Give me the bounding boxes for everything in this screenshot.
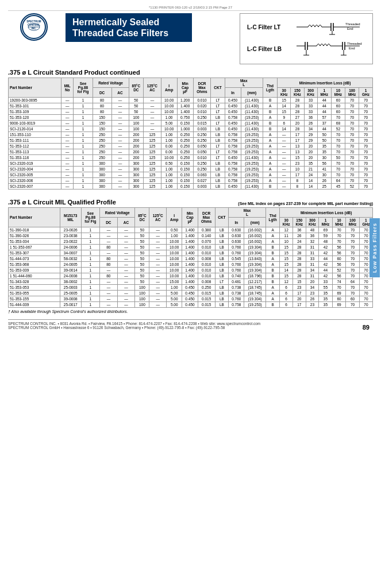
table-cell: 10.00 [167, 273, 182, 279]
table-cell: 300 [93, 178, 111, 184]
table-cell: 1 [74, 155, 93, 161]
table-cell: 51-353-101 [9, 103, 61, 109]
table-cell: 1 [81, 279, 99, 285]
table-row: SCI-2120-014—1150—100—10.001.0000.003LB0… [9, 126, 373, 132]
table-row: SCI-2320-006—1300—3001251.000.1500.027LB… [9, 178, 373, 184]
table-cell: 1 [74, 115, 93, 121]
table-cell: 23 [293, 285, 306, 291]
table-cell: — [111, 161, 129, 167]
table-cell: — [149, 233, 167, 239]
table-cell: 10.00 [161, 155, 177, 161]
filter-lb-diagram: L-C Filter LB [247, 39, 365, 59]
table-cell: LT [211, 103, 225, 109]
table-cell: 70 [345, 167, 359, 172]
table-row: SCI-2320-007—1300—3001251.000.1500.003LB… [9, 184, 373, 189]
table-cell: 1.000 [177, 126, 193, 132]
table-cell: 60 [331, 109, 345, 115]
table-cell: (19.253) [241, 161, 263, 167]
table-cell: (11.430) [241, 155, 263, 161]
table-cell: 51-353-307 [9, 250, 60, 256]
table-cell: LT [211, 149, 225, 155]
table-cell: 250 [93, 155, 111, 161]
table-cell: 0.758 [225, 172, 241, 178]
table-cell: LB [215, 285, 229, 291]
col-300khz: 300KHz [304, 88, 317, 98]
header-bar: SPECTRUM CONTROL INC. Hermetically Seale… [8, 13, 373, 64]
table-cell: — [278, 161, 291, 167]
table-cell: 33 [304, 109, 317, 115]
table-cell: (11.430) [241, 109, 263, 115]
table-cell: 10.00 [167, 262, 182, 268]
table-cell: B [265, 302, 279, 308]
table-cell: 38-0002 [60, 279, 81, 285]
table-cell: (16.002) [244, 239, 265, 245]
logo-icon: SPECTRUM CONTROL INC. [20, 13, 48, 41]
svg-text:INC.: INC. [32, 27, 37, 30]
footnote: † Also available through Spectrum Contro… [8, 310, 373, 314]
table-cell: — [278, 155, 291, 161]
table-cell: 0.010 [198, 262, 215, 268]
table-cell: 1 [81, 296, 99, 302]
table-cell: 0.150 [177, 184, 193, 189]
table-cell: 17 [291, 132, 304, 138]
table-cell: 14 [304, 184, 317, 189]
table-cell: 6 [278, 121, 291, 126]
table-row: 51-353-03939-00141——50—10.001.4000.010LB… [9, 268, 373, 273]
table-cell: — [61, 109, 74, 115]
table-cell: — [149, 250, 167, 256]
table-cell: 23-0038 [60, 233, 81, 239]
table-cell: 50 [135, 250, 149, 256]
col2-1mhz: 1MHz [319, 218, 333, 227]
table-cell: 100 [129, 115, 144, 121]
table-cell: 10.00 [161, 109, 177, 115]
table-cell: A [265, 256, 279, 262]
table-cell: — [149, 285, 167, 291]
table-cell: 50 [135, 233, 149, 239]
table-cell: 44 [319, 256, 333, 262]
table-cell: 0.450 [182, 291, 198, 296]
table-cell: 0.015 [198, 302, 215, 308]
col-min-ins-loss: Minimum Insertion Loss (dB) [278, 78, 373, 88]
table-cell: 60 [332, 296, 346, 302]
table-cell: 69 [332, 302, 346, 308]
table-cell: — [117, 268, 135, 273]
col-i-amp: IAmp [161, 78, 177, 98]
table-cell: 56 [332, 273, 346, 279]
table-cell: 56 [332, 250, 346, 256]
col2-dc: DC [100, 218, 118, 227]
table-cell: (11.430) [241, 184, 263, 189]
table-cell: 0.150 [177, 178, 193, 184]
table-cell: (19.304) [244, 245, 265, 250]
table-cell: 70 [345, 126, 359, 132]
table-cell: 20 [304, 155, 317, 161]
table-cell: 0.010 [198, 250, 215, 256]
table-cell: 0.027 [193, 178, 211, 184]
table-cell: LB [215, 233, 229, 239]
col2-300khz: 300KHz [306, 218, 319, 227]
table-cell: (19.253) [241, 132, 263, 138]
table-cell: 28 [293, 256, 306, 262]
filter-lt-svg: Threaded End [297, 18, 365, 36]
table-cell: SCI-2320-007 [9, 184, 61, 189]
table-cell: 70 [346, 245, 360, 250]
table-cell: B [263, 126, 278, 132]
table-cell: 30 [317, 155, 331, 161]
table-cell: 64 [331, 178, 345, 184]
table-cell: (19.253) [244, 302, 265, 308]
table-cell: — [61, 155, 74, 161]
table-cell: — [61, 167, 74, 172]
table-cell: — [111, 138, 129, 144]
table-cell: 50 [135, 273, 149, 279]
table-cell: 15 [280, 256, 293, 262]
col2-m15173: M15173MIL [60, 208, 81, 227]
filter-lt-label: L-C Filter LT [247, 24, 293, 30]
table-cell: 6 [280, 302, 293, 308]
table-cell: 70 [359, 172, 373, 178]
table-cell: SCI-2320-019 [9, 161, 61, 167]
table-cell: 80 [93, 98, 111, 103]
table-cell: — [144, 98, 161, 103]
table-cell: 15 [280, 245, 293, 250]
table-cell: 24-0006 [60, 245, 81, 250]
table-cell: 0.150 [177, 161, 193, 167]
table-row: 51-353-109—180—50—10.001.4000.010LT0.450… [9, 109, 373, 115]
